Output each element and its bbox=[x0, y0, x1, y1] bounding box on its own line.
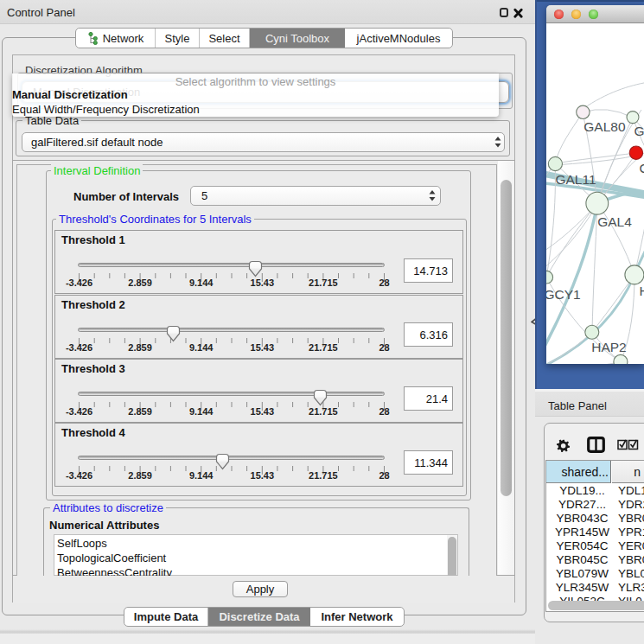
svg-text:GCY1: GCY1 bbox=[546, 287, 581, 302]
svg-text:GAL11: GAL11 bbox=[555, 172, 596, 187]
svg-text:H: H bbox=[640, 284, 644, 298]
svg-text:GAL80: GAL80 bbox=[583, 119, 626, 134]
svg-text:CD: CD bbox=[639, 161, 644, 175]
svg-text:GA: GA bbox=[634, 124, 644, 138]
svg-text:GAL4: GAL4 bbox=[597, 214, 632, 229]
svg-text:HAP2: HAP2 bbox=[591, 340, 627, 354]
